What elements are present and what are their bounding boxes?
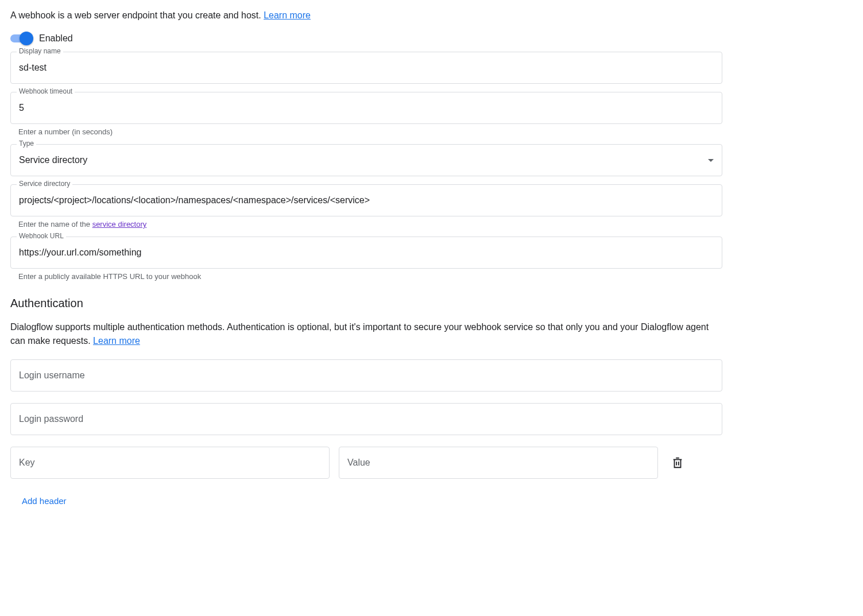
service-directory-hint-link[interactable]: service directory <box>92 220 147 228</box>
display-name-input[interactable] <box>11 52 722 83</box>
intro-learn-more-link[interactable]: Learn more <box>264 10 311 20</box>
chevron-down-icon <box>708 159 714 162</box>
webhook-timeout-hint: Enter a number (in seconds) <box>10 127 722 136</box>
webhook-timeout-input[interactable] <box>11 92 722 123</box>
type-select[interactable]: Type Service directory <box>10 144 722 176</box>
webhook-timeout-label: Webhook timeout <box>17 87 75 95</box>
header-value-input[interactable] <box>339 447 658 479</box>
authentication-heading: Authentication <box>10 297 722 310</box>
authentication-learn-more-link[interactable]: Learn more <box>93 336 140 346</box>
add-header-button[interactable]: Add header <box>22 496 67 506</box>
header-row <box>10 447 722 479</box>
webhook-url-hint: Enter a publicly available HTTPS URL to … <box>10 272 722 281</box>
webhook-url-label: Webhook URL <box>17 232 66 240</box>
login-password-input[interactable] <box>10 403 722 435</box>
service-directory-hint-prefix: Enter the name of the <box>18 220 92 228</box>
header-key-input[interactable] <box>10 447 330 479</box>
intro-text-body: A webhook is a web server endpoint that … <box>10 10 264 20</box>
type-label: Type <box>17 140 36 148</box>
webhook-url-input[interactable] <box>11 237 722 268</box>
display-name-label: Display name <box>17 47 63 55</box>
intro-text: A webhook is a web server endpoint that … <box>10 10 853 21</box>
service-directory-hint: Enter the name of the service directory <box>10 220 722 228</box>
enabled-toggle[interactable] <box>10 34 31 42</box>
delete-header-button[interactable] <box>667 452 688 473</box>
type-selected-value: Service directory <box>11 145 708 176</box>
service-directory-input[interactable] <box>11 185 722 216</box>
enabled-toggle-label: Enabled <box>39 33 73 44</box>
service-directory-label: Service directory <box>17 180 72 188</box>
login-username-input[interactable] <box>10 359 722 392</box>
authentication-description: Dialogflow supports multiple authenticat… <box>10 320 722 348</box>
trash-icon <box>671 456 684 469</box>
